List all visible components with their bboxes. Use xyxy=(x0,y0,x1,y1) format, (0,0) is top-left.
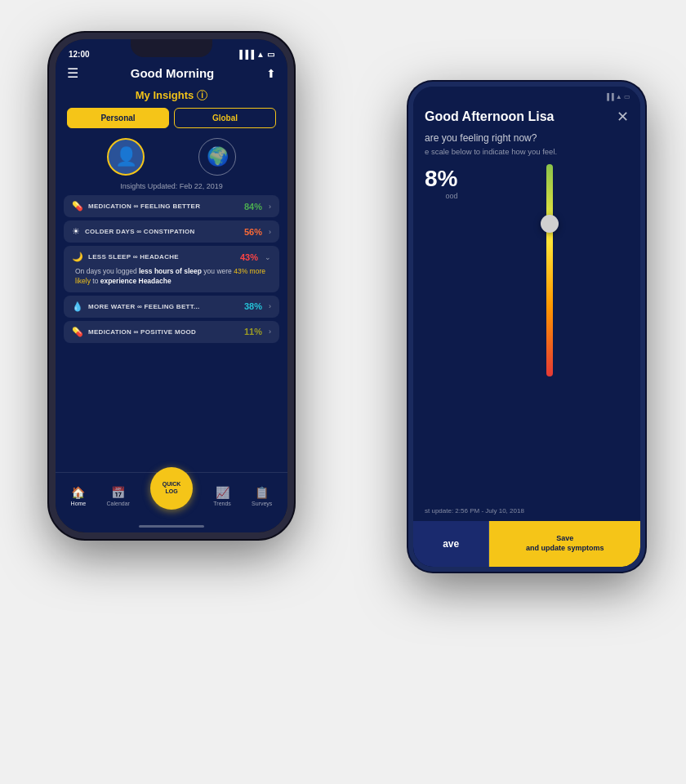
nav-home-label: Home xyxy=(71,501,87,506)
signal-icon: ▐▐▐ xyxy=(237,50,254,59)
card-text-4: MORE WATER ∞ FEELING BETT... xyxy=(88,303,239,310)
phone2-desc: e scale below to indicate how you feel. xyxy=(413,147,640,164)
card-text-1: MEDICATION ∞ FEELING BETTER xyxy=(88,203,239,210)
card-pct-2: 56% xyxy=(244,227,262,237)
nav-home[interactable]: 🏠 Home xyxy=(71,486,87,506)
insights-date: Insights Updated: Feb 22, 2019 xyxy=(56,182,287,190)
card-pct-4: 38% xyxy=(244,301,262,311)
phone1-device: 12:00 ▐▐▐ ▲ ▭ ☰ Good Morning ⬆ My Insigh… xyxy=(49,33,294,539)
card-chevron-1: › xyxy=(269,203,271,211)
phone1-notch xyxy=(131,39,212,57)
card-icon-4: 💧 xyxy=(72,301,83,312)
nav-calendar-label: Calendar xyxy=(106,501,129,506)
save-update-sub: and update symptoms xyxy=(526,544,604,554)
phone2-title: Good Afternoon Lisa xyxy=(425,109,555,124)
insight-card-5[interactable]: 💊 MEDICATION ∞ POSITIVE MOOD 11% › xyxy=(64,321,279,343)
insight-card-2[interactable]: ☀ COLDER DAYS ∞ CONSTIPATION 56% › xyxy=(64,220,279,243)
trends-icon: 📈 xyxy=(216,486,229,499)
card-icon-2: ☀ xyxy=(72,226,80,237)
insight-card-4[interactable]: 💧 MORE WATER ∞ FEELING BETT... 38% › xyxy=(64,296,279,318)
nav-calendar[interactable]: 📅 Calendar xyxy=(106,486,129,506)
slider-label-col: 8% ood xyxy=(425,164,457,200)
battery-icon: ▭ xyxy=(267,50,274,59)
phone2-device: ▐▐ ▲ ▭ Good Afternoon Lisa ✕ are you fee… xyxy=(408,82,645,572)
phone2-status-bar: ▐▐ ▲ ▭ xyxy=(413,87,640,103)
card-text-5: MEDICATION ∞ POSITIVE MOOD xyxy=(88,328,239,336)
wifi-icon: ▲ xyxy=(256,50,265,59)
global-globe[interactable]: 🌍 xyxy=(198,138,236,176)
tab-personal[interactable]: Personal xyxy=(67,108,169,128)
tab-row: Personal Global xyxy=(67,108,276,128)
card-icon-5: 💊 xyxy=(72,327,83,337)
card-expand-text-3: On days you logged less hours of sleep y… xyxy=(72,267,271,287)
save-update-label: Save xyxy=(556,534,573,544)
card-icon-3: 🌙 xyxy=(72,252,83,262)
vertical-slider[interactable] xyxy=(470,164,629,376)
bottom-nav: 🏠 Home 📅 Calendar QUICK LOG 📈 Trends 📋 xyxy=(56,472,287,519)
card-chevron-2: › xyxy=(269,228,271,236)
slider-track xyxy=(546,164,553,376)
status-time: 12:00 xyxy=(69,50,90,59)
phone2-subtitle: are you feeling right now? xyxy=(413,132,640,147)
insights-section: My Insights i Personal Global xyxy=(56,86,287,131)
save-button[interactable]: ave xyxy=(413,521,489,567)
share-icon[interactable]: ⬆ xyxy=(266,67,276,80)
avatar-row: 👤 🌍 xyxy=(56,131,287,182)
insights-title: My Insights i xyxy=(67,89,276,101)
phone2-bottom-bar: ave Save and update symptoms xyxy=(413,521,640,567)
close-button[interactable]: ✕ xyxy=(617,108,629,126)
card-chevron-4: › xyxy=(269,302,271,310)
phone2-wrapper: ▐▐ ▲ ▭ Good Afternoon Lisa ✕ are you fee… xyxy=(408,82,645,572)
personal-avatar[interactable]: 👤 xyxy=(107,138,145,176)
save-update-button[interactable]: Save and update symptoms xyxy=(489,521,640,567)
phone1-wrapper: 12:00 ▐▐▐ ▲ ▭ ☰ Good Morning ⬆ My Insigh… xyxy=(49,33,294,539)
slider-thumb[interactable] xyxy=(541,215,559,233)
info-icon: i xyxy=(197,90,207,100)
top-bar: ☰ Good Morning ⬆ xyxy=(56,62,287,86)
calendar-icon: 📅 xyxy=(111,486,125,499)
slider-label: ood xyxy=(445,192,457,200)
card-icon-1: 💊 xyxy=(72,201,83,212)
card-text-2: COLDER DAYS ∞ CONSTIPATION xyxy=(85,228,239,235)
card-text-3: LESS SLEEP ∞ HEADACHE xyxy=(88,253,235,261)
nav-trends-label: Trends xyxy=(213,501,231,506)
phone2-screen: ▐▐ ▲ ▭ Good Afternoon Lisa ✕ are you fee… xyxy=(413,87,640,567)
home-icon: 🏠 xyxy=(71,486,85,499)
card-chevron-5: › xyxy=(269,327,271,336)
menu-icon[interactable]: ☰ xyxy=(67,65,78,81)
card-pct-5: 11% xyxy=(244,327,262,336)
slider-pct: 8% xyxy=(425,167,457,190)
card-pct-3: 43% xyxy=(240,252,258,262)
insight-card-3[interactable]: 🌙 LESS SLEEP ∞ HEADACHE 43% ⌄ On days yo… xyxy=(64,246,279,292)
phone2-status-icons: ▐▐ ▲ ▭ xyxy=(604,93,630,100)
phone1-screen: 12:00 ▐▐▐ ▲ ▭ ☰ Good Morning ⬆ My Insigh… xyxy=(56,39,287,532)
phone2-header: Good Afternoon Lisa ✕ xyxy=(413,103,640,132)
nav-surveys-label: Surveys xyxy=(252,501,272,506)
quicklog-label: QUICK xyxy=(163,481,181,488)
cards-list: 💊 MEDICATION ∞ FEELING BETTER 84% › ☀ CO… xyxy=(56,195,287,472)
nav-trends[interactable]: 📈 Trends xyxy=(213,486,231,506)
page-title: Good Morning xyxy=(131,66,214,80)
surveys-icon: 📋 xyxy=(255,486,269,499)
slider-area: 8% ood xyxy=(413,164,640,501)
quicklog-label2: LOG xyxy=(166,488,178,495)
nav-surveys[interactable]: 📋 Surveys xyxy=(252,486,272,506)
last-update: st update: 2:56 PM - July 10, 2018 xyxy=(413,501,640,521)
insight-card-1[interactable]: 💊 MEDICATION ∞ FEELING BETTER 84% › xyxy=(64,195,279,217)
quicklog-button[interactable]: QUICK LOG xyxy=(150,467,193,510)
tab-global[interactable]: Global xyxy=(174,108,276,128)
card-chevron-3: ⌄ xyxy=(265,253,271,261)
card-pct-1: 84% xyxy=(244,202,262,212)
status-icons: ▐▐▐ ▲ ▭ xyxy=(237,50,274,59)
home-bar xyxy=(139,525,204,528)
avatar-image: 👤 xyxy=(115,146,137,167)
home-indicator xyxy=(56,519,287,532)
